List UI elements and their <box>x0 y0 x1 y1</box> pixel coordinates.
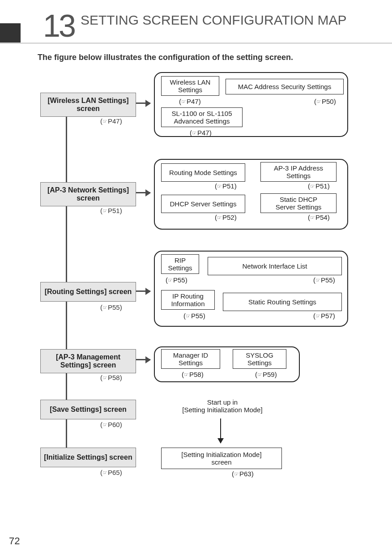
item-sl-advanced: SL-1100 or SL-1105 Advanced Settings <box>161 107 243 127</box>
startup-arrow <box>220 418 221 443</box>
screen-init: [Initialize Settings] screen <box>40 448 136 467</box>
ref-save: (P60) <box>100 421 122 428</box>
page: 13 SETTING SCREEN CONFIGURATION MAP The … <box>0 0 392 555</box>
ref-static-dhcp: (P54) <box>308 213 330 221</box>
item-wlan-settings: Wireless LAN Settings <box>161 76 219 96</box>
item-static-dhcp: Static DHCP Server Settings <box>260 193 337 213</box>
chapter-title: SETTING SCREEN CONFIGURATION MAP <box>81 13 346 28</box>
item-routing-mode: Routing Mode Settings <box>161 163 245 182</box>
ref-init: (P65) <box>100 469 122 476</box>
ref-wlan-settings: (P47) <box>179 98 201 105</box>
screen-mgmt: [AP-3 Management Settings] screen <box>40 349 136 373</box>
ref-syslog: (P59) <box>255 371 277 378</box>
item-static-routing: Static Routing Settings <box>223 293 342 311</box>
arrow-mgmt <box>136 359 150 360</box>
ref-dhcp: (P52) <box>215 213 237 221</box>
ref-static-routing: (P57) <box>313 312 335 320</box>
arrow-routing <box>136 290 150 292</box>
ref-mac-security: (P50) <box>314 98 336 105</box>
screen-routing: [Routing Settings] screen <box>40 282 136 302</box>
startup-text: Start up in [Setting Initialization Mode… <box>171 398 274 414</box>
item-syslog: SYSLOG Settings <box>233 349 286 369</box>
ref-network: (P51) <box>100 207 122 214</box>
ref-routing-mode: (P51) <box>215 182 237 190</box>
chapter-tab <box>0 23 21 43</box>
init-mode-box: [Setting Initialization Mode] screen <box>161 448 282 469</box>
ref-init-mode: (P63) <box>232 470 254 478</box>
item-nic-list: Network Interface List <box>208 257 342 275</box>
header-rule <box>0 43 392 44</box>
ref-rip: (P55) <box>166 276 187 284</box>
item-dhcp: DHCP Server Settings <box>161 195 245 213</box>
item-rip: RIP Settings <box>161 254 199 274</box>
ref-ip-routing-info: (P55) <box>183 312 205 320</box>
page-subtitle: The figure below illustrates the configu… <box>38 53 293 62</box>
screen-save: [Save Settings] screen <box>40 400 136 419</box>
screen-wlan: [Wireless LAN Settings] screen <box>40 93 136 117</box>
ref-mgmt: (P58) <box>100 374 122 381</box>
page-number: 72 <box>9 535 20 547</box>
item-mac-security: MAC Address Security Settings <box>226 79 344 94</box>
ref-wlan: (P47) <box>100 117 122 125</box>
arrow-wlan <box>136 102 150 104</box>
item-ap3-ip: AP-3 IP Address Settings <box>260 162 337 182</box>
arrow-network <box>136 192 150 193</box>
chapter-number: 13 <box>43 8 74 44</box>
ref-routing: (P55) <box>100 303 122 311</box>
item-ip-routing-info: IP Routing Information <box>161 290 215 310</box>
ref-manager-id: (P58) <box>182 371 204 378</box>
screen-network: [AP-3 Network Settings] screen <box>40 182 136 206</box>
ref-sl-advanced: (P47) <box>190 129 212 137</box>
ref-nic-list: (P55) <box>313 276 335 284</box>
ref-ap3-ip: (P51) <box>308 182 330 190</box>
item-manager-id: Manager ID Settings <box>161 349 220 369</box>
